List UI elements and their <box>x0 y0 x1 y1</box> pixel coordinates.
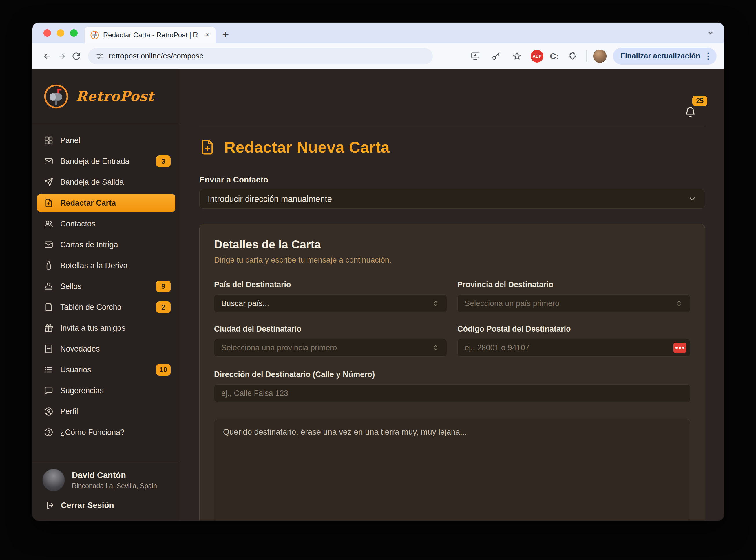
sidebar-item-contacts[interactable]: Contactos <box>37 215 175 233</box>
chevron-down-icon <box>688 195 697 203</box>
province-select[interactable]: Selecciona un país primero <box>457 295 690 313</box>
letter-details-card: Detalles de la Carta Dirige tu carta y e… <box>199 224 705 520</box>
sidebar-user-card[interactable]: David Cantón Rinconada La, Sevilla, Spai… <box>33 461 180 492</box>
city-select[interactable]: Selecciona una provincia primero <box>214 339 447 357</box>
send-to-contact-label: Enviar a Contacto <box>199 175 705 184</box>
adblock-extension-icon[interactable]: ABP <box>531 50 543 63</box>
sidebar-item-label: Redactar Carta <box>60 199 171 207</box>
forward-icon[interactable] <box>55 49 69 63</box>
sidebar-item-label: Invita a tus amigos <box>60 324 171 333</box>
sidebar-item-label: Usuarios <box>60 365 149 374</box>
new-tab-button[interactable]: + <box>222 28 229 41</box>
extensions-puzzle-icon[interactable] <box>565 49 580 63</box>
mailbox-logo-icon <box>43 84 69 109</box>
street-input[interactable] <box>214 384 690 402</box>
browser-tabstrip: Redactar Carta - RetroPost | R × + <box>33 23 724 43</box>
city-label: Ciudad del Destinatario <box>214 325 447 334</box>
sidebar-item-suggestions[interactable]: Sugerencias <box>37 382 175 400</box>
minimize-window-button[interactable] <box>57 29 64 37</box>
header-divider <box>199 127 705 127</box>
logout-button[interactable]: Cerrar Sesión <box>33 492 180 520</box>
send-icon <box>44 178 53 187</box>
tab-close-icon[interactable]: × <box>205 31 210 39</box>
zip-input[interactable] <box>457 339 690 357</box>
browser-profile-avatar[interactable] <box>593 49 606 63</box>
back-icon[interactable] <box>40 49 55 63</box>
sidebar-item-inbox[interactable]: Bandeja de Entrada3 <box>37 152 175 170</box>
retropost-logo[interactable]: RetroPost <box>33 69 180 124</box>
mail-icon <box>44 157 53 166</box>
notifications-count-badge: 25 <box>692 96 707 106</box>
help-icon <box>44 428 53 437</box>
stamp-icon <box>44 282 53 291</box>
sidebar-item-label: ¿Cómo Funciona? <box>60 428 171 437</box>
sidebar-item-label: Sugerencias <box>60 386 171 395</box>
sidebar-item-label: Cartas de Intriga <box>60 240 171 249</box>
install-app-icon[interactable] <box>468 49 482 63</box>
sidebar-item-panel[interactable]: Panel <box>37 132 175 149</box>
sidebar-item-users[interactable]: Usuarios10 <box>37 361 175 379</box>
bookmark-star-icon[interactable] <box>510 49 524 63</box>
sidebar-item-label: Sellos <box>60 282 149 291</box>
tab-search-chevron-icon[interactable] <box>704 26 717 40</box>
toolbar-divider <box>586 50 587 62</box>
user-location: Rinconada La, Sevilla, Spain <box>72 482 157 490</box>
country-label: País del Destinatario <box>214 280 447 289</box>
sidebar-item-bottles[interactable]: Botellas a la Deriva <box>37 257 175 275</box>
city-placeholder: Selecciona una provincia primero <box>221 343 337 353</box>
toolbar-right-cluster: ABP C: Finalizar actualización ⋮ <box>468 48 717 64</box>
select-unfold-icon <box>432 344 440 352</box>
page-title: Redactar Nueva Carta <box>224 138 390 156</box>
province-placeholder: Selecciona un país primero <box>464 299 559 308</box>
user-circle-icon <box>44 407 53 416</box>
close-window-button[interactable] <box>43 29 51 37</box>
book-icon <box>44 344 53 354</box>
note-icon <box>44 303 53 312</box>
sidebar-item-label: Panel <box>60 136 171 145</box>
logout-icon <box>46 501 55 509</box>
count-badge: 3 <box>156 156 171 167</box>
sidebar-item-compose[interactable]: Redactar Carta <box>37 194 175 212</box>
reload-icon[interactable] <box>69 49 83 63</box>
sidebar-item-invite[interactable]: Invita a tus amigos <box>37 319 175 337</box>
finish-update-button[interactable]: Finalizar actualización ⋮ <box>613 48 717 64</box>
zoom-window-button[interactable] <box>70 29 78 37</box>
select-unfold-icon <box>675 299 683 307</box>
sidebar-item-stamps[interactable]: Sellos9 <box>37 277 175 295</box>
send-to-contact-select[interactable]: Introducir dirección manualmente <box>199 189 705 209</box>
sidebar-item-news[interactable]: Novedades <box>37 340 175 358</box>
address-fields-grid: País del Destinatario Buscar país... Pro… <box>214 280 690 357</box>
count-badge: 9 <box>156 281 171 292</box>
site-settings-icon[interactable] <box>96 52 104 60</box>
retropost-app: RetroPost PanelBandeja de Entrada3Bandej… <box>33 69 724 520</box>
url-bar[interactable]: retropost.online/es/compose <box>88 48 433 64</box>
sidebar-item-help[interactable]: ¿Cómo Funciona? <box>37 423 175 441</box>
sidebar-item-outbox[interactable]: Bandeja de Salida <box>37 173 175 191</box>
sidebar-item-label: Bandeja de Salida <box>60 178 171 187</box>
street-label: Dirección del Destinatario (Calle y Núme… <box>214 370 690 379</box>
sidebar-item-intrigue[interactable]: Cartas de Intriga <box>37 236 175 254</box>
window-controls <box>43 29 78 37</box>
tab-title: Redactar Carta - RetroPost | R <box>103 31 201 39</box>
country-select[interactable]: Buscar país... <box>214 295 447 313</box>
browser-menu-kebab-icon[interactable]: ⋮ <box>704 52 713 61</box>
sidebar-item-corkboard[interactable]: Tablón de Corcho2 <box>37 298 175 316</box>
desktop-background: Redactar Carta - RetroPost | R × + <box>0 0 756 560</box>
ci-extension-icon[interactable]: C: <box>550 51 559 61</box>
notifications-bell-icon[interactable] <box>684 106 696 118</box>
main-content: 25 Redactar Nueva Carta Enviar a Contact… <box>180 69 724 520</box>
send-to-contact-value: Introducir dirección manualmente <box>208 194 332 204</box>
autofill-extension-icon[interactable] <box>673 343 686 353</box>
sidebar-item-label: Tablón de Corcho <box>60 303 149 312</box>
finish-update-label: Finalizar actualización <box>620 52 700 61</box>
browser-tab[interactable]: Redactar Carta - RetroPost | R × <box>84 27 216 43</box>
password-key-icon[interactable] <box>489 49 503 63</box>
country-placeholder: Buscar país... <box>221 299 269 308</box>
sidebar-item-profile[interactable]: Perfil <box>37 402 175 420</box>
retropost-favicon <box>91 31 99 39</box>
sidebar-item-label: Perfil <box>60 407 171 416</box>
message-textarea[interactable] <box>214 419 690 520</box>
card-title: Detalles de la Carta <box>214 238 690 251</box>
sidebar-menu: PanelBandeja de Entrada3Bandeja de Salid… <box>33 124 180 461</box>
count-badge: 10 <box>156 364 171 376</box>
